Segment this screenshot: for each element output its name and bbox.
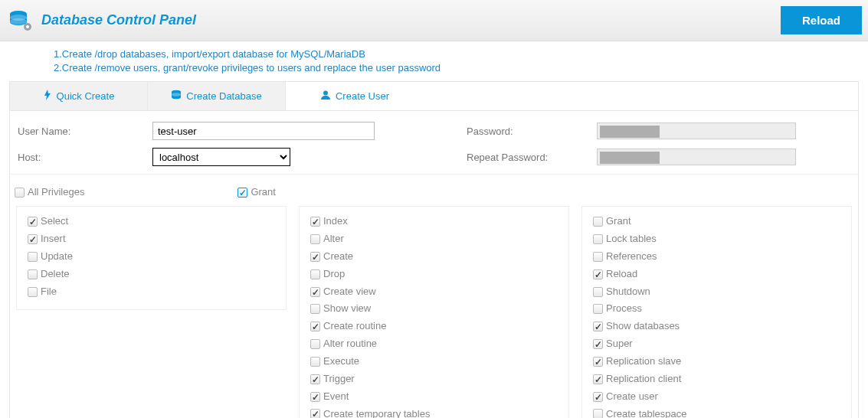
- checkbox-label: All Privileges: [28, 185, 84, 200]
- checkbox-icon: [310, 357, 320, 367]
- checkbox-label: Event: [323, 390, 349, 404]
- password-input[interactable]: [597, 122, 796, 139]
- user-icon: [320, 90, 331, 103]
- password-label: Password:: [467, 126, 597, 137]
- privilege-checkbox[interactable]: File: [28, 285, 275, 299]
- privilege-checkbox[interactable]: Index: [310, 214, 558, 229]
- checkbox-label: Drop: [323, 267, 345, 282]
- tab-create-database[interactable]: Create Database: [148, 82, 286, 110]
- info-line-1: 1.Create /drop databases, import/export …: [54, 47, 868, 61]
- checkbox-icon: [310, 287, 320, 297]
- privilege-checkbox[interactable]: Execute: [310, 354, 558, 369]
- privilege-checkbox[interactable]: Insert: [28, 232, 275, 247]
- privilege-checkbox[interactable]: Create user: [593, 390, 840, 404]
- privilege-checkbox[interactable]: Lock tables: [593, 232, 840, 247]
- privilege-checkbox[interactable]: Create: [310, 250, 558, 264]
- username-input[interactable]: [152, 122, 375, 140]
- checkbox-icon: [28, 252, 38, 262]
- host-select[interactable]: localhost: [152, 148, 290, 166]
- checkbox-icon: [310, 409, 320, 418]
- checkbox-label: Create view: [323, 285, 376, 299]
- privilege-checkbox[interactable]: Drop: [310, 267, 558, 282]
- checkbox-icon: [593, 217, 603, 227]
- checkbox-icon: [593, 322, 603, 331]
- checkbox-icon: [310, 217, 320, 227]
- privilege-checkbox[interactable]: Reload: [593, 267, 840, 282]
- checkbox-label: Create tablespace: [606, 407, 687, 419]
- privilege-checkbox[interactable]: References: [593, 250, 840, 264]
- tab-label: Quick Create: [57, 90, 115, 102]
- grant-checkbox[interactable]: Grant: [237, 185, 276, 200]
- checkbox-icon: [310, 269, 320, 279]
- svg-point-7: [323, 91, 328, 96]
- username-label: User Name:: [15, 126, 152, 137]
- checkbox-label: References: [606, 250, 657, 264]
- privilege-column-1: SelectInsertUpdateDeleteFile: [16, 206, 287, 310]
- repeat-password-input[interactable]: [597, 149, 796, 165]
- tab-quick-create[interactable]: Quick Create: [10, 82, 148, 110]
- database-small-icon: [171, 90, 182, 103]
- privilege-checkbox[interactable]: Super: [593, 337, 840, 351]
- all-privileges-checkbox[interactable]: All Privileges: [15, 185, 84, 200]
- privilege-checkbox[interactable]: Alter: [310, 232, 558, 247]
- tab-create-user[interactable]: Create User: [286, 82, 424, 110]
- checkbox-icon: [310, 392, 320, 402]
- privilege-checkbox[interactable]: Alter routine: [310, 337, 558, 351]
- checkbox-label: Delete: [41, 267, 70, 282]
- checkbox-label: Create user: [606, 390, 658, 404]
- checkbox-icon: [28, 217, 38, 227]
- privilege-checkbox[interactable]: Update: [28, 250, 275, 264]
- checkbox-label: Insert: [41, 232, 66, 247]
- privilege-checkbox[interactable]: Trigger: [310, 372, 558, 387]
- checkbox-icon: [593, 374, 603, 384]
- checkbox-label: Alter routine: [323, 337, 377, 351]
- privilege-checkbox[interactable]: Show databases: [593, 319, 840, 334]
- tab-bar: Quick Create Create Database Create User: [10, 82, 858, 111]
- checkbox-label: Update: [41, 250, 73, 264]
- checkbox-icon: [310, 252, 320, 262]
- checkbox-icon: [593, 357, 603, 367]
- checkbox-label: Create: [323, 250, 353, 264]
- privilege-checkbox[interactable]: Grant: [593, 214, 840, 229]
- checkbox-label: File: [41, 285, 57, 299]
- privilege-checkbox[interactable]: Create routine: [310, 319, 558, 334]
- checkbox-label: Process: [606, 302, 642, 316]
- svg-point-6: [172, 93, 181, 97]
- checkbox-icon: [15, 188, 25, 198]
- privilege-checkbox[interactable]: Create tablespace: [593, 407, 840, 419]
- repeat-password-label: Repeat Password:: [467, 152, 597, 163]
- privilege-checkbox[interactable]: Select: [28, 214, 275, 229]
- database-icon: [8, 10, 32, 31]
- checkbox-label: Create routine: [323, 319, 386, 334]
- privilege-column-2: IndexAlterCreateDropCreate viewShow view…: [299, 206, 569, 418]
- checkbox-label: Alter: [323, 232, 344, 247]
- privilege-checkbox[interactable]: Replication slave: [593, 354, 840, 369]
- checkbox-icon: [593, 252, 603, 262]
- checkbox-label: Lock tables: [606, 232, 657, 247]
- reload-button[interactable]: Reload: [781, 6, 862, 34]
- checkbox-icon: [28, 269, 38, 279]
- checkbox-label: Show view: [323, 302, 371, 316]
- privilege-checkbox[interactable]: Replication client: [593, 372, 840, 387]
- lightning-icon: [43, 90, 52, 103]
- privilege-checkbox[interactable]: Event: [310, 390, 558, 404]
- checkbox-label: Replication client: [606, 372, 681, 387]
- privilege-checkbox[interactable]: Process: [593, 302, 840, 316]
- privilege-checkbox[interactable]: Create view: [310, 285, 558, 299]
- checkbox-icon: [310, 234, 320, 244]
- privilege-checkbox[interactable]: Create temporary tables: [310, 407, 558, 419]
- checkbox-label: Grant: [606, 214, 631, 229]
- checkbox-icon: [310, 339, 320, 349]
- privilege-checkbox[interactable]: Delete: [28, 267, 275, 282]
- checkbox-label: Select: [41, 214, 68, 229]
- privilege-checkbox[interactable]: Show view: [310, 302, 558, 316]
- header-bar: Database Control Panel Reload: [0, 0, 868, 41]
- host-label: Host:: [15, 152, 152, 163]
- checkbox-label: Grant: [251, 185, 276, 200]
- info-line-2: 2.Create /remove users, grant/revoke pri…: [54, 61, 868, 75]
- checkbox-icon: [593, 392, 603, 402]
- checkbox-label: Reload: [606, 267, 637, 282]
- checkbox-icon: [593, 269, 603, 279]
- privilege-checkbox[interactable]: Shutdown: [593, 285, 840, 299]
- checkbox-icon: [593, 409, 603, 418]
